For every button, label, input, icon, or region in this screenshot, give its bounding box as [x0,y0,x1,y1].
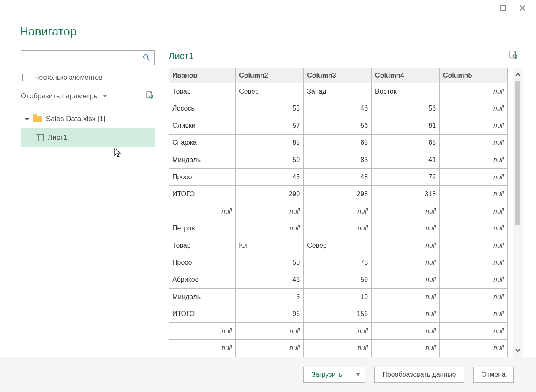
multi-select-label: Несколько элементов [34,74,103,81]
table-row: Петровnullnullnullnull [169,220,508,237]
load-button-label[interactable]: Загрузить [304,371,350,378]
table-cell: null [440,168,508,186]
column-header[interactable]: Иванов [169,68,236,83]
table-cell: 78 [304,254,372,271]
table-cell: ИТОГО [169,305,236,323]
svg-point-1 [144,54,148,59]
table-cell: 57 [236,117,304,135]
table-cell: Запад [304,83,372,100]
transform-button[interactable]: Преобразовать данные [374,367,464,383]
table-cell: null [304,340,372,357]
table-cell: null [440,83,508,100]
table-row: Абрикос4359nullnull [169,271,508,289]
table-row: Спаржа856568null [169,134,508,151]
table-row: Миндаль508341null [169,151,508,169]
tree-sheet-label: Лист1 [48,133,67,142]
table-cell: null [440,237,508,254]
preview-table: ИвановColumn2Column3Column4Column5 Товар… [169,68,508,357]
table-cell: null [440,305,508,323]
table-cell: 41 [372,151,440,169]
close-button[interactable] [519,4,526,12]
table-cell: Просо [169,168,236,186]
cancel-button[interactable]: Отмена [473,367,514,383]
preview-title: Лист1 [169,51,194,62]
table-cell: Товар [169,83,236,100]
table-cell: null [236,322,304,340]
table-cell: 46 [304,100,372,117]
search-icon[interactable] [142,54,150,62]
multi-select-checkbox[interactable]: Несколько элементов [22,74,155,81]
table-cell: null [372,305,440,323]
table-row: ИТОГО96156nullnull [169,305,508,323]
table-cell: 65 [304,134,372,151]
table-cell: 72 [372,168,440,186]
table-cell: null [440,203,508,220]
table-cell: 290 [236,186,304,203]
table-cell: Спаржа [169,134,236,151]
table-cell: 19 [304,288,372,305]
worksheet-icon [36,134,44,141]
table-cell: null [372,340,440,357]
table-row: Оливки575681null [169,117,508,135]
scrollbar-track[interactable] [513,81,523,343]
tree-file-label: Sales Data.xlsx [1] [46,115,106,123]
table-cell: Петров [169,220,236,237]
table-row: ТоварСеверЗападВостокnull [169,83,508,100]
table-cell: null [440,271,508,289]
table-cell: null [304,220,372,237]
table-cell: null [372,271,440,289]
table-cell: null [304,322,372,340]
svg-rect-0 [501,5,506,11]
table-cell: null [440,288,508,305]
page-title: Навигатор [20,25,523,38]
table-cell: null [372,220,440,237]
table-row: nullnullnullnullnull [169,203,508,220]
navigator-tree: Sales Data.xlsx [1] Лист1 [21,110,155,147]
scrollbar-thumb[interactable] [515,81,520,225]
load-split-button[interactable]: Загрузить [303,367,365,383]
display-options-dropdown[interactable]: Отобразить параметры [21,92,107,100]
table-cell: null [372,203,440,220]
table-cell: 56 [304,117,372,135]
tree-sheet-node[interactable]: Лист1 [21,128,155,147]
table-cell: null [236,340,304,357]
expand-icon[interactable] [25,118,29,121]
table-cell: 50 [236,254,304,271]
load-dropdown-arrow[interactable] [350,373,365,376]
table-cell: 318 [372,186,440,203]
column-header[interactable]: Column5 [440,68,508,83]
table-cell: 53 [236,100,304,117]
refresh-icon[interactable] [145,91,155,101]
column-header[interactable]: Column4 [372,68,440,83]
column-header[interactable]: Column2 [236,68,304,83]
table-cell: Товар [169,237,236,254]
table-cell: 83 [304,151,372,169]
tree-file-node[interactable]: Sales Data.xlsx [1] [21,110,155,128]
checkbox-box[interactable] [22,74,30,81]
search-input[interactable] [25,54,142,62]
table-cell: null [169,340,236,357]
table-cell: null [372,322,440,340]
svg-line-2 [147,59,150,61]
footer-button-bar: Загрузить Преобразовать данные Отмена [0,357,536,392]
table-cell: 298 [304,186,372,203]
scroll-down-arrow[interactable] [515,346,521,354]
scroll-up-arrow[interactable] [515,70,521,79]
table-cell: 56 [372,100,440,117]
table-cell: Просо [169,254,236,271]
column-header[interactable]: Column3 [304,68,372,83]
table-cell: null [440,254,508,271]
chevron-down-icon [356,373,360,376]
folder-icon [33,116,42,122]
table-cell: null [440,151,508,169]
vertical-scrollbar[interactable] [513,68,523,357]
table-cell: Абрикос [169,271,236,289]
search-input-container[interactable] [21,50,155,65]
table-cell: Восток [372,83,440,100]
table-cell: null [169,203,236,220]
refresh-preview-icon[interactable] [509,50,519,62]
table-row: nullnullnullnullnull [169,322,508,340]
table-cell: null [440,186,508,203]
preview-panel: Лист1 ИвановColumn2Column3Column4Column5 [169,50,523,357]
maximize-button[interactable] [499,4,507,12]
